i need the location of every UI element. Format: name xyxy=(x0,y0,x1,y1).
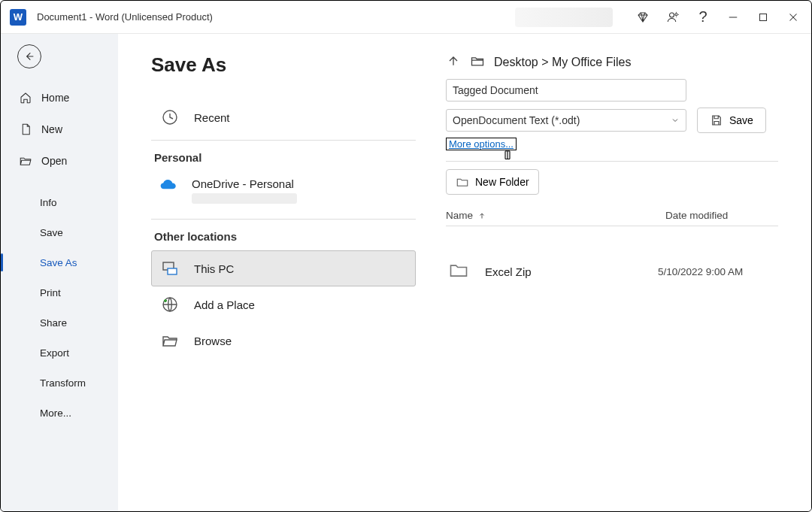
svg-point-1 xyxy=(675,13,677,15)
onedrive-label: OneDrive - Personal xyxy=(192,177,297,190)
diamond-icon[interactable] xyxy=(628,1,658,34)
new-folder-button[interactable]: New Folder xyxy=(446,169,539,195)
nav-info[interactable]: Info xyxy=(1,187,118,217)
location-recent[interactable]: Recent xyxy=(151,99,416,135)
nav-more[interactable]: More... xyxy=(1,398,118,428)
path-text[interactable]: Desktop > My Office Files xyxy=(494,56,631,69)
main-content: Save As Recent Personal OneDrive - Perso… xyxy=(118,34,811,511)
help-icon[interactable]: ? xyxy=(688,1,718,34)
close-button[interactable] xyxy=(778,1,808,34)
location-add-place[interactable]: Add a Place xyxy=(151,286,416,323)
folder-item-icon xyxy=(446,259,485,283)
svg-point-0 xyxy=(670,13,674,17)
section-other: Other locations xyxy=(154,230,416,243)
nav-save-as[interactable]: Save As xyxy=(1,247,118,277)
save-icon xyxy=(710,114,723,127)
home-icon xyxy=(19,91,32,105)
this-pc-icon xyxy=(159,259,180,277)
folder-open-icon xyxy=(19,154,32,168)
nav-new[interactable]: New xyxy=(1,114,118,145)
globe-plus-icon xyxy=(159,295,180,314)
filetype-select[interactable]: OpenDocument Text (*.odt) xyxy=(446,109,686,132)
more-options-link[interactable]: More options... xyxy=(446,138,517,150)
file-date: 5/10/2022 9:00 AM xyxy=(658,266,778,277)
nav-print[interactable]: Print xyxy=(1,277,118,308)
chevron-down-icon xyxy=(671,116,680,125)
document-icon xyxy=(19,123,32,136)
this-pc-label: This PC xyxy=(194,262,234,275)
folder-path-icon[interactable] xyxy=(470,53,485,71)
location-onedrive[interactable]: OneDrive - Personal xyxy=(151,171,416,214)
breadcrumb: Desktop > My Office Files xyxy=(446,53,778,71)
clock-icon xyxy=(159,108,180,126)
location-recent-label: Recent xyxy=(194,111,230,124)
file-list-header: Name Date modified xyxy=(446,210,778,221)
nav-home[interactable]: Home xyxy=(1,82,118,114)
browse-label: Browse xyxy=(194,335,232,347)
save-button-label: Save xyxy=(729,114,753,126)
save-button[interactable]: Save xyxy=(697,108,766,133)
nav-open-label: Open xyxy=(41,155,67,167)
column-name[interactable]: Name xyxy=(446,210,665,221)
nav-transform[interactable]: Transform xyxy=(1,368,118,398)
nav-home-label: Home xyxy=(41,92,69,104)
nav-share[interactable]: Share xyxy=(1,308,118,338)
page-title: Save As xyxy=(151,53,416,77)
nav-open[interactable]: Open xyxy=(1,145,118,177)
location-browse[interactable]: Browse xyxy=(151,323,416,359)
svg-rect-3 xyxy=(760,14,767,20)
section-personal: Personal xyxy=(154,151,416,164)
maximize-button[interactable] xyxy=(748,1,778,34)
sort-asc-icon xyxy=(477,211,486,220)
onedrive-icon xyxy=(159,177,180,195)
nav-new-label: New xyxy=(41,123,62,135)
add-place-label: Add a Place xyxy=(194,298,255,311)
mouse-cursor-icon xyxy=(501,149,514,165)
location-this-pc[interactable]: This PC xyxy=(151,250,416,286)
window-title: Document1 - Word (Unlicensed Product) xyxy=(37,11,213,23)
account-area[interactable] xyxy=(515,8,613,27)
svg-rect-8 xyxy=(168,268,177,274)
titlebar: W Document1 - Word (Unlicensed Product) … xyxy=(1,1,811,34)
file-row[interactable]: Excel Zip 5/10/2022 9:00 AM xyxy=(446,249,778,294)
nav-export[interactable]: Export xyxy=(1,338,118,368)
user-icon[interactable] xyxy=(658,1,688,34)
filetype-label: OpenDocument Text (*.odt) xyxy=(453,114,580,126)
backstage-nav: Home New Open Info Save Save As Print Sh… xyxy=(1,34,118,511)
back-button[interactable] xyxy=(17,44,41,68)
word-app-icon: W xyxy=(10,9,26,26)
new-folder-icon xyxy=(456,175,469,189)
filename-input[interactable] xyxy=(446,79,686,101)
minimize-button[interactable] xyxy=(718,1,748,34)
file-name: Excel Zip xyxy=(485,265,658,278)
folder-icon xyxy=(159,332,180,350)
nav-save[interactable]: Save xyxy=(1,217,118,247)
up-icon[interactable] xyxy=(446,53,461,71)
onedrive-account xyxy=(192,193,297,204)
new-folder-label: New Folder xyxy=(475,176,529,188)
column-date[interactable]: Date modified xyxy=(665,210,778,221)
